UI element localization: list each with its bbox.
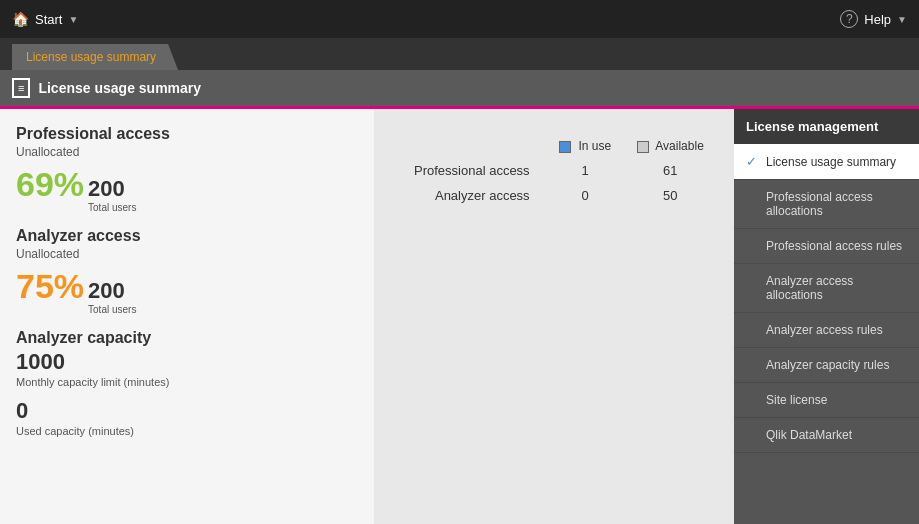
nav-help-group: ? Help ▼ [840, 10, 907, 28]
tab-label: License usage summary [26, 50, 156, 64]
sidebar-item-label: Site license [766, 393, 827, 407]
check-icon: ✓ [746, 154, 760, 169]
usage-table: In use Available Professional access 1 6… [390, 133, 718, 209]
sidebar-item-3[interactable]: Analyzer access allocations [734, 264, 919, 313]
page-header: ≡ License usage summary [0, 70, 919, 109]
sidebar-items-container: ✓ License usage summary Professional acc… [734, 144, 919, 453]
analyzer-access-number-block: 200 Total users [88, 278, 136, 315]
help-label[interactable]: Help [864, 12, 891, 27]
right-panel-sidebar: License management ✓ License usage summa… [734, 109, 919, 524]
analyzer-access-subtitle: Unallocated [16, 247, 358, 261]
sidebar-item-1[interactable]: Professional access allocations [734, 180, 919, 229]
analyzer-capacity-title: Analyzer capacity [16, 329, 358, 347]
professional-access-section: Professional access Unallocated 69% 200 … [16, 125, 358, 213]
analyzer-access-number: 200 [88, 278, 125, 303]
col-available-header: Available [624, 135, 716, 157]
row-in-use: 0 [548, 184, 623, 207]
in-use-header-label: In use [578, 139, 611, 153]
analyzer-access-title: Analyzer access [16, 227, 358, 245]
center-panel: In use Available Professional access 1 6… [374, 109, 734, 524]
row-available: 50 [624, 184, 716, 207]
analyzer-used-label: Used capacity (minutes) [16, 425, 358, 437]
professional-access-number-block: 200 Total users [88, 176, 136, 213]
nav-start-group: 🏠 Start ▼ [12, 11, 78, 27]
home-icon: 🏠 [12, 11, 29, 27]
analyzer-access-stat: 75% 200 Total users [16, 267, 358, 315]
tab-bar: License usage summary [0, 38, 919, 70]
start-dropdown-icon[interactable]: ▼ [68, 14, 78, 25]
analyzer-access-total-label: Total users [88, 304, 136, 315]
sidebar-item-label: Professional access allocations [766, 190, 907, 218]
professional-access-number: 200 [88, 176, 125, 201]
sidebar-item-0[interactable]: ✓ License usage summary [734, 144, 919, 180]
page-header-icon: ≡ [12, 78, 30, 98]
sidebar-item-5[interactable]: Analyzer capacity rules [734, 348, 919, 383]
sidebar-header: License management [734, 109, 919, 144]
row-in-use: 1 [548, 159, 623, 182]
professional-access-total-label: Total users [88, 202, 136, 213]
row-label: Analyzer access [392, 184, 546, 207]
professional-access-stat: 69% 200 Total users [16, 165, 358, 213]
available-legend-box [637, 141, 649, 153]
tab-license-usage-summary[interactable]: License usage summary [12, 44, 178, 70]
help-icon[interactable]: ? [840, 10, 858, 28]
sidebar-item-label: Professional access rules [766, 239, 902, 253]
sidebar-item-2[interactable]: Professional access rules [734, 229, 919, 264]
col-in-use-header: In use [548, 135, 623, 157]
analyzer-capacity-value: 1000 [16, 349, 358, 375]
col-label-header [392, 135, 546, 157]
professional-access-percent: 69% [16, 165, 84, 204]
table-row: Professional access 1 61 [392, 159, 716, 182]
table-row: Analyzer access 0 50 [392, 184, 716, 207]
left-panel: Professional access Unallocated 69% 200 … [0, 109, 374, 524]
analyzer-access-section: Analyzer access Unallocated 75% 200 Tota… [16, 227, 358, 315]
sidebar-item-label: Analyzer access rules [766, 323, 883, 337]
analyzer-used-value: 0 [16, 398, 358, 424]
sidebar-item-7[interactable]: Qlik DataMarket [734, 418, 919, 453]
professional-access-title: Professional access [16, 125, 358, 143]
analyzer-capacity-label: Monthly capacity limit (minutes) [16, 376, 358, 388]
analyzer-capacity-section: Analyzer capacity 1000 Monthly capacity … [16, 329, 358, 437]
top-navigation: 🏠 Start ▼ ? Help ▼ [0, 0, 919, 38]
available-header-label: Available [655, 139, 703, 153]
sidebar-item-label: License usage summary [766, 155, 896, 169]
sidebar-item-4[interactable]: Analyzer access rules [734, 313, 919, 348]
sidebar-item-label: Analyzer capacity rules [766, 358, 889, 372]
sidebar-item-6[interactable]: Site license [734, 383, 919, 418]
analyzer-access-percent: 75% [16, 267, 84, 306]
row-available: 61 [624, 159, 716, 182]
row-label: Professional access [392, 159, 546, 182]
page-title: License usage summary [38, 80, 201, 96]
help-dropdown-icon[interactable]: ▼ [897, 14, 907, 25]
main-layout: Professional access Unallocated 69% 200 … [0, 109, 919, 524]
professional-access-subtitle: Unallocated [16, 145, 358, 159]
sidebar-item-label: Analyzer access allocations [766, 274, 907, 302]
sidebar-item-label: Qlik DataMarket [766, 428, 852, 442]
start-label[interactable]: Start [35, 12, 62, 27]
in-use-legend-box [559, 141, 571, 153]
